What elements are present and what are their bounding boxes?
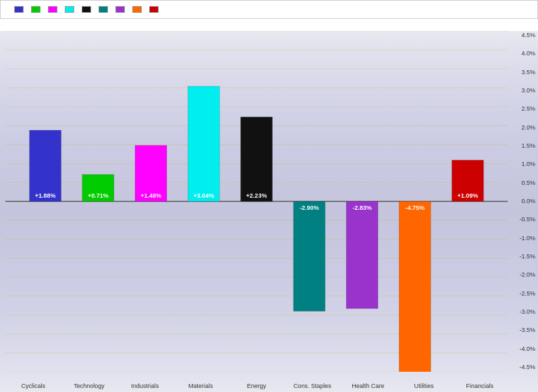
- x-axis-label-energy: Energy: [229, 373, 285, 392]
- energy-swatch: [82, 6, 91, 13]
- legend-item-materials: [65, 6, 76, 13]
- x-axis-label-materials: Materials: [173, 373, 229, 392]
- x-axis-label-financials: Financials: [452, 373, 508, 392]
- bar-cons-staples: [294, 202, 325, 312]
- y-axis-label: -4.5%: [511, 364, 538, 370]
- y-axis-label: 3.0%: [511, 88, 538, 94]
- y-axis-label: 2.5%: [511, 106, 538, 112]
- legend-item-cons-staples: [99, 6, 110, 13]
- financials-swatch: [149, 6, 159, 13]
- y-axis-label: 2.0%: [511, 125, 538, 131]
- bar-label-cons-staples: -2.90%: [300, 204, 319, 211]
- x-axis-label-cyclicals: Cyclicals: [5, 373, 61, 392]
- y-axis-label: -1.5%: [511, 254, 538, 260]
- health-care-swatch: [115, 6, 125, 13]
- y-axis-label: 3.5%: [511, 69, 538, 76]
- materials-swatch: [65, 6, 74, 13]
- x-axis-label-health-care: Health Care: [340, 373, 396, 392]
- legend-bar: [0, 0, 538, 19]
- bar-label-financials: +1.09%: [457, 192, 478, 199]
- y-axis-label: 0.5%: [511, 180, 538, 186]
- chart-area: +1.88%+0.71%+1.48%+3.04%+2.23%-2.90%-2.8…: [0, 31, 538, 392]
- y-axis-label: 1.0%: [511, 161, 538, 167]
- y-axis-label: 4.0%: [511, 51, 538, 57]
- x-axis-label-utilities: Utilities: [396, 373, 452, 392]
- bar-label-health-care: -2.83%: [352, 204, 372, 211]
- bar-health-care: [346, 202, 378, 309]
- date-range: [0, 19, 538, 31]
- bar-cyclicals: [30, 130, 61, 201]
- y-axis-right: 4.5%4.0%3.5%3.0%2.5%2.0%1.5%1.0%0.5%0.0%…: [511, 31, 538, 372]
- chart-svg: +1.88%+0.71%+1.48%+3.04%+2.23%-2.90%-2.8…: [5, 31, 508, 372]
- legend-item-technology: [31, 6, 43, 13]
- y-axis-label: -3.5%: [511, 327, 538, 333]
- bar-label-energy: +2.23%: [246, 192, 267, 199]
- y-axis-label: 4.5%: [511, 32, 538, 38]
- y-axis-label: -4.0%: [511, 346, 538, 352]
- y-axis-label: 0.0%: [511, 198, 538, 204]
- bar-energy: [241, 117, 273, 201]
- y-axis-label: -0.5%: [511, 217, 538, 223]
- y-axis-label: -2.5%: [511, 291, 538, 297]
- y-axis-label: -2.0%: [511, 272, 538, 278]
- legend-item-utilities: [132, 6, 144, 13]
- legend-item-cyclicals: [14, 6, 26, 13]
- legend-item-health-care: [115, 6, 127, 13]
- bar-label-materials: +3.04%: [193, 192, 214, 199]
- technology-swatch: [31, 6, 41, 13]
- bar-materials: [188, 86, 219, 202]
- bar-label-industrials: +1.48%: [140, 192, 161, 199]
- legend-item-financials: [149, 6, 161, 13]
- bar-label-utilities: -4.75%: [405, 204, 425, 211]
- utilities-swatch: [132, 6, 142, 13]
- bar-label-technology: +0.71%: [88, 192, 109, 199]
- bar-utilities: [399, 202, 431, 372]
- cyclicals-swatch: [14, 6, 24, 13]
- cons-staples-swatch: [99, 6, 108, 13]
- y-axis-label: -3.0%: [511, 309, 538, 315]
- x-axis-label-industrials: Industrials: [117, 373, 173, 392]
- chart-container: +1.88%+0.71%+1.48%+3.04%+2.23%-2.90%-2.8…: [0, 0, 538, 392]
- y-axis-label: 1.5%: [511, 143, 538, 149]
- legend-item-industrials: [48, 6, 59, 13]
- legend-item-energy: [82, 6, 93, 13]
- y-axis-label: -1.0%: [511, 235, 538, 242]
- x-axis-labels: CyclicalsTechnologyIndustrialsMaterialsE…: [5, 373, 508, 392]
- industrials-swatch: [48, 6, 57, 13]
- x-axis-label-technology: Technology: [61, 373, 117, 392]
- bar-label-cyclicals: +1.88%: [35, 192, 56, 199]
- x-axis-label-cons-staples: Cons. Staples: [284, 373, 340, 392]
